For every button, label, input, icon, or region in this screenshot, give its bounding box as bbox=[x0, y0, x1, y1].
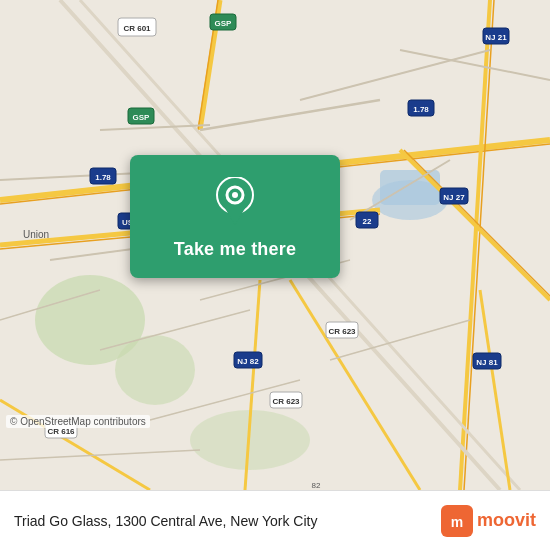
svg-text:NJ 21: NJ 21 bbox=[485, 33, 507, 42]
svg-text:Union: Union bbox=[23, 229, 49, 240]
svg-point-2 bbox=[115, 335, 195, 405]
svg-text:CR 623: CR 623 bbox=[328, 327, 356, 336]
svg-text:82: 82 bbox=[312, 481, 321, 490]
svg-text:GSP: GSP bbox=[133, 113, 151, 122]
svg-text:CR 601: CR 601 bbox=[123, 24, 151, 33]
svg-text:22: 22 bbox=[363, 217, 372, 226]
svg-text:NJ 82: NJ 82 bbox=[237, 357, 259, 366]
map-container: CR 601 GSP GSP NJ 21 1.78 1.78 US 22 22 … bbox=[0, 0, 550, 490]
svg-text:NJ 27: NJ 27 bbox=[443, 193, 465, 202]
moovit-logo: m moovit bbox=[441, 505, 536, 537]
svg-text:CR 616: CR 616 bbox=[47, 427, 75, 436]
osm-credit: © OpenStreetMap contributors bbox=[6, 415, 150, 428]
pin-icon bbox=[215, 177, 255, 229]
svg-text:NJ 81: NJ 81 bbox=[476, 358, 498, 367]
svg-text:1.78: 1.78 bbox=[413, 105, 429, 114]
svg-marker-66 bbox=[223, 205, 247, 225]
svg-text:1.78: 1.78 bbox=[95, 173, 111, 182]
take-me-there-button[interactable]: Take me there bbox=[130, 155, 340, 278]
address-text: Triad Go Glass, 1300 Central Ave, New Yo… bbox=[14, 513, 431, 529]
svg-text:m: m bbox=[451, 514, 463, 530]
info-bar: Triad Go Glass, 1300 Central Ave, New Yo… bbox=[0, 490, 550, 550]
svg-text:GSP: GSP bbox=[215, 19, 233, 28]
moovit-logo-icon: m bbox=[441, 505, 473, 537]
svg-point-68 bbox=[232, 192, 238, 198]
svg-text:CR 623: CR 623 bbox=[272, 397, 300, 406]
moovit-text: moovit bbox=[477, 510, 536, 531]
take-me-there-label: Take me there bbox=[174, 239, 296, 260]
